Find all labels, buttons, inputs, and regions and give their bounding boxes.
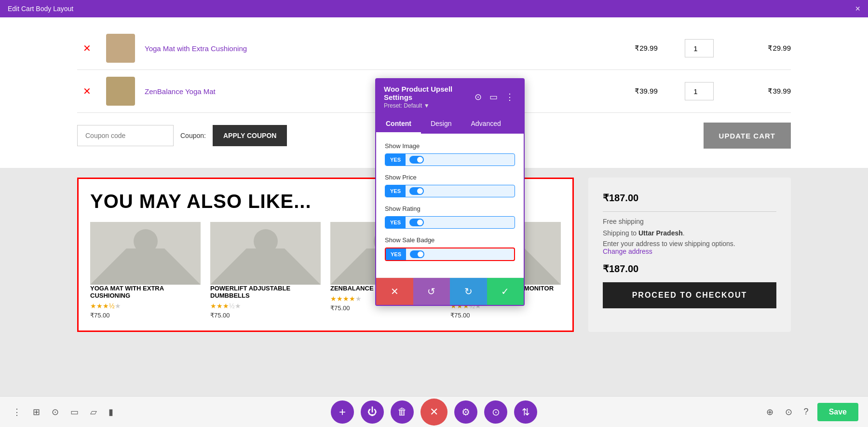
toggle-yes-label: YES [385, 154, 406, 165]
show-rating-label: Show Rating [385, 205, 515, 212]
search-icon[interactable]: ⊙ [49, 404, 62, 420]
toggle-slider[interactable] [406, 248, 428, 260]
settings-button[interactable]: ⚙ [454, 400, 477, 424]
toolbar-right: ⊕ ⊙ ? Save [763, 403, 858, 421]
upsell-product-stars: ★★★½★ [90, 302, 201, 310]
remove-item-button[interactable]: ✕ [77, 42, 96, 54]
settings-screenshot-icon[interactable]: ⊙ [473, 91, 484, 103]
quantity-input-wrap [685, 39, 723, 57]
cart-totals: ₹187.00 Free shipping Shipping to Uttar … [588, 178, 791, 332]
toggle-slider[interactable] [406, 217, 428, 228]
free-shipping-label: Free shipping [603, 218, 776, 225]
upsell-product-name: POWERLIFT ADJUSTABLE DUMBBELLS [210, 285, 321, 299]
toggle-yes-label: YES [385, 185, 406, 197]
toggle-slider-inner [410, 250, 424, 258]
show-sale-badge-toggle[interactable]: YES [385, 248, 515, 261]
toggle-slider[interactable] [406, 154, 428, 165]
checkout-button[interactable]: PROCEED TO CHECKOUT [603, 282, 776, 308]
show-image-label: Show Image [385, 142, 515, 150]
close-button[interactable]: ✕ [420, 399, 448, 426]
title-bar-title: Edit Cart Body Layout [8, 5, 73, 13]
power-button[interactable]: ⏻ [361, 400, 384, 424]
settings-header: Woo Product Upsell Settings Preset: Defa… [376, 79, 524, 115]
product-total: ₹39.99 [733, 87, 791, 96]
settings-redo-button[interactable]: ↻ [450, 278, 487, 305]
show-image-option: Show Image YES [385, 142, 515, 166]
toggle-slider-inner [409, 187, 424, 195]
quantity-input[interactable] [685, 39, 714, 57]
tablet-icon[interactable]: ▱ [87, 404, 100, 420]
menu-icon[interactable]: ⋮ [10, 404, 24, 420]
sort-button[interactable]: ⇅ [514, 400, 537, 424]
show-sale-badge-option: Show Sale Badge YES [385, 236, 515, 261]
toggle-yes-label: YES [386, 248, 406, 260]
change-address-link[interactable]: Change address [603, 248, 776, 255]
list-item: POWERLIFT ADJUSTABLE DUMBBELLS ★★★½★ ₹75… [210, 222, 321, 319]
toolbar-center: + ⏻ 🗑 ✕ ⚙ ⊙ ⇅ [331, 399, 537, 426]
save-button[interactable]: Save [817, 403, 858, 421]
add-element-button[interactable]: + [331, 400, 354, 424]
subtotal-amount: ₹187.00 [603, 192, 776, 204]
upsell-product-image [90, 222, 201, 285]
product-price: ₹39.99 [617, 87, 675, 96]
settings-header-icons: ⊙ ▭ ⋮ [473, 91, 516, 103]
settings-footer: ✕ ↺ ↻ ✓ [376, 277, 524, 305]
mobile-icon[interactable]: ▮ [106, 404, 116, 420]
product-image [106, 77, 135, 106]
bottom-toolbar: ⋮ ⊞ ⊙ ▭ ▱ ▮ + ⏻ 🗑 ✕ ⚙ ⊙ ⇅ ⊕ ⊙ ? Save [0, 396, 868, 427]
desktop-icon[interactable]: ▭ [68, 404, 81, 420]
settings-header-left: Woo Product Upsell Settings Preset: Defa… [384, 85, 473, 109]
settings-layout-icon[interactable]: ▭ [488, 91, 500, 103]
show-rating-toggle[interactable]: YES [385, 216, 515, 229]
settings-body: Show Image YES Show Price YES Show Ratin… [376, 134, 524, 277]
show-sale-badge-label: Show Sale Badge [385, 236, 515, 244]
coupon-code-input[interactable] [77, 125, 174, 146]
show-price-option: Show Price YES [385, 174, 515, 197]
upsell-product-price: ₹75.00 [450, 312, 561, 319]
quantity-input-wrap [685, 82, 723, 100]
tab-content[interactable]: Content [376, 115, 421, 134]
toolbar-left: ⋮ ⊞ ⊙ ▭ ▱ ▮ [10, 404, 116, 420]
settings-tabs: Content Design Advanced [376, 115, 524, 134]
upsell-product-image [210, 222, 321, 285]
tab-design[interactable]: Design [421, 115, 461, 134]
help-icon[interactable]: ? [801, 404, 812, 420]
apply-coupon-button[interactable]: APPLY COUPON [213, 125, 287, 146]
preview-icon[interactable]: ⊙ [782, 404, 795, 420]
title-bar: Edit Cart Body Layout × [0, 0, 868, 17]
settings-panel: Woo Product Upsell Settings Preset: Defa… [375, 78, 525, 306]
toggle-yes-label: YES [385, 217, 406, 228]
settings-cancel-button[interactable]: ✕ [376, 278, 413, 305]
upsell-product-name: YOGA MAT WITH EXTRA CUSHIONING [90, 285, 201, 299]
toggle-slider-inner [409, 219, 424, 226]
show-image-toggle[interactable]: YES [385, 153, 515, 166]
history-button[interactable]: ⊙ [484, 400, 507, 424]
show-price-toggle[interactable]: YES [385, 185, 515, 197]
upsell-product-price: ₹75.00 [210, 312, 321, 319]
show-rating-option: Show Rating YES [385, 205, 515, 229]
delete-button[interactable]: 🗑 [391, 400, 414, 424]
close-icon[interactable]: × [855, 4, 860, 14]
product-total: ₹29.99 [733, 44, 791, 53]
remove-item-button[interactable]: ✕ [77, 85, 96, 97]
zoom-icon[interactable]: ⊕ [763, 404, 776, 420]
upsell-product-price: ₹75.00 [90, 312, 201, 319]
upsell-product-stars: ★★★½★ [210, 302, 321, 310]
settings-undo-button[interactable]: ↺ [413, 278, 450, 305]
grid-icon[interactable]: ⊞ [30, 404, 43, 420]
cart-total-amount: ₹187.00 [603, 263, 776, 275]
shipping-to-text: Shipping to Uttar Pradesh. [603, 229, 776, 237]
quantity-input[interactable] [685, 82, 714, 100]
update-cart-button[interactable]: UPDATE CART [704, 123, 791, 149]
enter-address-text: Enter your address to view shipping opti… [603, 240, 776, 248]
tab-advanced[interactable]: Advanced [461, 115, 510, 134]
settings-confirm-button[interactable]: ✓ [487, 278, 524, 305]
settings-more-icon[interactable]: ⋮ [503, 91, 516, 103]
toggle-slider[interactable] [406, 185, 428, 197]
show-price-label: Show Price [385, 174, 515, 181]
settings-preset[interactable]: Preset: Default ▼ [384, 102, 473, 109]
product-name-link[interactable]: Yoga Mat with Extra Cushioning [145, 44, 608, 53]
coupon-label: Coupon: [180, 132, 206, 139]
table-row: ✕ Yoga Mat with Extra Cushioning ₹29.99 … [77, 27, 791, 70]
toggle-slider-inner [409, 156, 424, 164]
